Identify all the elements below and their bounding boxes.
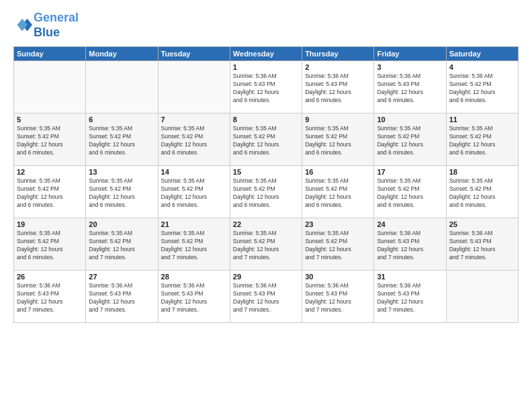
logo: General Blue: [13, 11, 79, 40]
day-info: Sunrise: 5:35 AM Sunset: 5:42 PM Dayligh…: [377, 177, 443, 210]
calendar-cell: 9Sunrise: 5:35 AM Sunset: 5:42 PM Daylig…: [302, 113, 374, 166]
day-info: Sunrise: 5:36 AM Sunset: 5:43 PM Dayligh…: [305, 282, 371, 314]
calendar-week-4: 19Sunrise: 5:35 AM Sunset: 5:42 PM Dayli…: [14, 218, 519, 271]
day-info: Sunrise: 5:35 AM Sunset: 5:42 PM Dayligh…: [449, 177, 515, 210]
calendar-cell: 12Sunrise: 5:35 AM Sunset: 5:42 PM Dayli…: [14, 166, 86, 218]
weekday-header-sunday: Sunday: [14, 47, 86, 61]
day-number: 22: [233, 220, 299, 228]
calendar-cell: [446, 271, 518, 323]
day-info: Sunrise: 5:35 AM Sunset: 5:42 PM Dayligh…: [305, 230, 371, 262]
day-info: Sunrise: 5:35 AM Sunset: 5:42 PM Dayligh…: [89, 230, 154, 262]
calendar-cell: 2Sunrise: 5:36 AM Sunset: 5:43 PM Daylig…: [302, 61, 374, 113]
calendar-cell: 31Sunrise: 5:36 AM Sunset: 5:43 PM Dayli…: [374, 271, 446, 323]
day-number: 2: [305, 63, 371, 71]
calendar-cell: 24Sunrise: 5:36 AM Sunset: 5:43 PM Dayli…: [374, 218, 446, 271]
day-number: 10: [377, 116, 443, 124]
day-number: 30: [305, 273, 371, 281]
day-number: 8: [233, 116, 299, 124]
logo-icon: [13, 16, 32, 35]
page: General Blue SundayMondayTuesdayWednesda…: [0, 0, 532, 411]
calendar-header: SundayMondayTuesdayWednesdayThursdayFrid…: [14, 47, 519, 61]
calendar-body: 1Sunrise: 5:36 AM Sunset: 5:43 PM Daylig…: [14, 61, 519, 323]
calendar-cell: [158, 61, 230, 113]
day-number: 7: [161, 116, 227, 124]
calendar-cell: 7Sunrise: 5:35 AM Sunset: 5:42 PM Daylig…: [158, 113, 230, 166]
day-info: Sunrise: 5:36 AM Sunset: 5:43 PM Dayligh…: [161, 282, 227, 314]
day-info: Sunrise: 5:36 AM Sunset: 5:43 PM Dayligh…: [377, 73, 443, 105]
day-info: Sunrise: 5:36 AM Sunset: 5:43 PM Dayligh…: [377, 282, 443, 314]
header: General Blue: [13, 11, 519, 40]
calendar-cell: 20Sunrise: 5:35 AM Sunset: 5:42 PM Dayli…: [86, 218, 158, 271]
day-info: Sunrise: 5:36 AM Sunset: 5:42 PM Dayligh…: [449, 73, 515, 105]
calendar-cell: 22Sunrise: 5:35 AM Sunset: 5:42 PM Dayli…: [230, 218, 302, 271]
day-number: 16: [305, 168, 371, 176]
svg-marker-1: [17, 18, 28, 31]
day-info: Sunrise: 5:35 AM Sunset: 5:42 PM Dayligh…: [233, 177, 299, 210]
weekday-header-row: SundayMondayTuesdayWednesdayThursdayFrid…: [14, 47, 519, 61]
day-number: 14: [161, 168, 227, 176]
day-number: 3: [377, 63, 443, 71]
calendar-week-2: 5Sunrise: 5:35 AM Sunset: 5:42 PM Daylig…: [14, 113, 519, 166]
day-info: Sunrise: 5:36 AM Sunset: 5:43 PM Dayligh…: [449, 230, 515, 262]
day-info: Sunrise: 5:35 AM Sunset: 5:42 PM Dayligh…: [449, 125, 515, 157]
day-number: 26: [17, 273, 83, 281]
calendar-cell: 5Sunrise: 5:35 AM Sunset: 5:42 PM Daylig…: [14, 113, 86, 166]
day-number: 15: [233, 168, 299, 176]
day-info: Sunrise: 5:35 AM Sunset: 5:42 PM Dayligh…: [89, 177, 154, 210]
day-number: 5: [17, 116, 83, 124]
day-number: 21: [161, 220, 227, 228]
day-info: Sunrise: 5:36 AM Sunset: 5:43 PM Dayligh…: [377, 230, 443, 262]
calendar-cell: 8Sunrise: 5:35 AM Sunset: 5:42 PM Daylig…: [230, 113, 302, 166]
day-number: 20: [89, 220, 154, 228]
weekday-header-saturday: Saturday: [446, 47, 518, 61]
day-info: Sunrise: 5:35 AM Sunset: 5:42 PM Dayligh…: [233, 230, 299, 262]
calendar-cell: 4Sunrise: 5:36 AM Sunset: 5:42 PM Daylig…: [446, 61, 518, 113]
day-number: 24: [377, 220, 443, 228]
calendar-cell: [14, 61, 86, 113]
calendar-cell: 15Sunrise: 5:35 AM Sunset: 5:42 PM Dayli…: [230, 166, 302, 218]
day-info: Sunrise: 5:35 AM Sunset: 5:42 PM Dayligh…: [161, 230, 227, 262]
calendar-cell: 6Sunrise: 5:35 AM Sunset: 5:42 PM Daylig…: [86, 113, 158, 166]
day-info: Sunrise: 5:35 AM Sunset: 5:42 PM Dayligh…: [233, 125, 299, 157]
logo-text: General Blue: [34, 11, 79, 40]
day-info: Sunrise: 5:36 AM Sunset: 5:43 PM Dayligh…: [305, 73, 371, 105]
calendar-week-3: 12Sunrise: 5:35 AM Sunset: 5:42 PM Dayli…: [14, 166, 519, 218]
day-number: 1: [233, 63, 299, 71]
day-info: Sunrise: 5:35 AM Sunset: 5:42 PM Dayligh…: [161, 125, 227, 157]
calendar-cell: [86, 61, 158, 113]
calendar-cell: 3Sunrise: 5:36 AM Sunset: 5:43 PM Daylig…: [374, 61, 446, 113]
calendar-cell: 21Sunrise: 5:35 AM Sunset: 5:42 PM Dayli…: [158, 218, 230, 271]
day-number: 4: [449, 63, 515, 71]
day-info: Sunrise: 5:35 AM Sunset: 5:42 PM Dayligh…: [17, 125, 83, 157]
day-number: 17: [377, 168, 443, 176]
day-info: Sunrise: 5:36 AM Sunset: 5:43 PM Dayligh…: [17, 282, 83, 314]
weekday-header-tuesday: Tuesday: [158, 47, 230, 61]
calendar-week-1: 1Sunrise: 5:36 AM Sunset: 5:43 PM Daylig…: [14, 61, 519, 113]
day-number: 12: [17, 168, 83, 176]
weekday-header-friday: Friday: [374, 47, 446, 61]
day-info: Sunrise: 5:36 AM Sunset: 5:43 PM Dayligh…: [233, 73, 299, 105]
day-number: 6: [89, 116, 154, 124]
day-number: 27: [89, 273, 154, 281]
day-number: 28: [161, 273, 227, 281]
calendar-cell: 17Sunrise: 5:35 AM Sunset: 5:42 PM Dayli…: [374, 166, 446, 218]
day-info: Sunrise: 5:35 AM Sunset: 5:42 PM Dayligh…: [305, 177, 371, 210]
day-number: 9: [305, 116, 371, 124]
day-number: 19: [17, 220, 83, 228]
weekday-header-thursday: Thursday: [302, 47, 374, 61]
weekday-header-wednesday: Wednesday: [230, 47, 302, 61]
day-info: Sunrise: 5:35 AM Sunset: 5:42 PM Dayligh…: [377, 125, 443, 157]
day-info: Sunrise: 5:35 AM Sunset: 5:42 PM Dayligh…: [305, 125, 371, 157]
calendar-cell: 18Sunrise: 5:35 AM Sunset: 5:42 PM Dayli…: [446, 166, 518, 218]
day-info: Sunrise: 5:35 AM Sunset: 5:42 PM Dayligh…: [17, 230, 83, 262]
calendar-cell: 30Sunrise: 5:36 AM Sunset: 5:43 PM Dayli…: [302, 271, 374, 323]
day-info: Sunrise: 5:36 AM Sunset: 5:43 PM Dayligh…: [89, 282, 154, 314]
calendar-cell: 14Sunrise: 5:35 AM Sunset: 5:42 PM Dayli…: [158, 166, 230, 218]
day-info: Sunrise: 5:36 AM Sunset: 5:43 PM Dayligh…: [233, 282, 299, 314]
calendar-cell: 26Sunrise: 5:36 AM Sunset: 5:43 PM Dayli…: [14, 271, 86, 323]
calendar-cell: 10Sunrise: 5:35 AM Sunset: 5:42 PM Dayli…: [374, 113, 446, 166]
calendar-table: SundayMondayTuesdayWednesdayThursdayFrid…: [13, 46, 519, 323]
calendar-cell: 1Sunrise: 5:36 AM Sunset: 5:43 PM Daylig…: [230, 61, 302, 113]
day-number: 31: [377, 273, 443, 281]
calendar-cell: 29Sunrise: 5:36 AM Sunset: 5:43 PM Dayli…: [230, 271, 302, 323]
